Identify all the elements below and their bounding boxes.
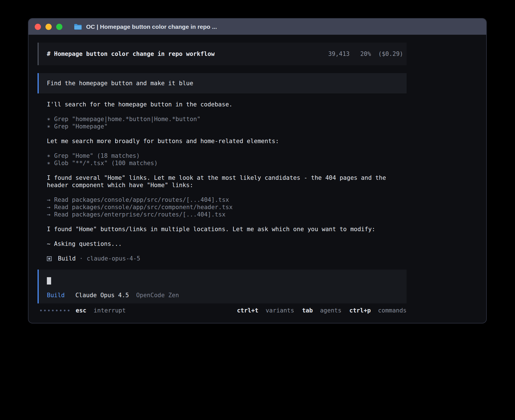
shortcut-commands: ctrl+p commands bbox=[349, 307, 407, 314]
terminal-content: # Homepage button color change in repo w… bbox=[29, 43, 486, 314]
tool-call-text: Grep "Home" (18 matches) bbox=[54, 152, 140, 159]
spinner-dot bbox=[52, 310, 54, 311]
asterisk-icon: ∗ bbox=[47, 116, 51, 123]
context-percent: 20% bbox=[360, 51, 371, 57]
agent-name: Build bbox=[58, 255, 76, 262]
separator-dot: · bbox=[79, 255, 83, 262]
status-asking-questions: ~ Asking questions... bbox=[47, 240, 407, 248]
session-header: # Homepage button color change in repo w… bbox=[38, 43, 407, 65]
tool-call-grep: ∗Grep "homepage|home.*button|Home.*butto… bbox=[47, 115, 407, 123]
prompt-meta: Build Claude Opus 4.5 OpenCode Zen bbox=[47, 292, 407, 299]
spinner-dot bbox=[68, 310, 69, 311]
arrow-right-icon: → bbox=[47, 196, 51, 203]
shortcut-key: ctrl+t bbox=[237, 307, 258, 314]
asterisk-icon: ∗ bbox=[47, 123, 51, 130]
spinner-dot bbox=[60, 310, 62, 311]
arrow-right-icon: → bbox=[47, 211, 51, 218]
spinner-dot bbox=[56, 310, 58, 311]
arrow-right-icon: → bbox=[47, 204, 51, 211]
shortcut-interrupt: esc interrupt bbox=[76, 307, 126, 314]
zoom-button[interactable] bbox=[56, 24, 62, 30]
file-read-line: →Read packages/console/app/src/component… bbox=[47, 204, 407, 211]
transcript: I'll search for the homepage button in t… bbox=[47, 101, 407, 262]
spinner-dot bbox=[40, 310, 42, 311]
titlebar: OC | Homepage button color change in rep… bbox=[29, 19, 486, 35]
text-cursor bbox=[47, 277, 51, 285]
spinner-dot bbox=[44, 310, 46, 311]
terminal-window: OC | Homepage button color change in rep… bbox=[28, 18, 487, 323]
tool-call-glob: ∗Glob "**/*.tsx" (100 matches) bbox=[47, 159, 407, 167]
file-read-group: →Read packages/console/app/src/routes/[.… bbox=[47, 196, 407, 218]
tool-call-text: Grep "Homepage" bbox=[54, 123, 108, 130]
assistant-message: Let me search more broadly for buttons a… bbox=[47, 137, 407, 145]
agent-square-icon bbox=[47, 256, 52, 261]
session-title: # Homepage button color change in repo w… bbox=[47, 50, 215, 58]
prompt-input[interactable]: Build Claude Opus 4.5 OpenCode Zen bbox=[38, 270, 407, 303]
tool-call-grep: ∗Grep "Homepage" bbox=[47, 123, 407, 130]
tool-call-group: ∗Grep "homepage|home.*button|Home.*butto… bbox=[47, 115, 407, 130]
minimize-button[interactable] bbox=[45, 24, 52, 30]
spinner-dot bbox=[48, 310, 50, 311]
agent-model: claude-opus-4-5 bbox=[87, 255, 140, 262]
assistant-message: I found "Home" buttons/links in multiple… bbox=[47, 226, 407, 233]
folder-icon bbox=[74, 23, 82, 30]
esc-label: interrupt bbox=[94, 307, 126, 314]
file-read-text: Read packages/console/app/src/routes/[..… bbox=[54, 196, 229, 203]
tool-call-grep: ∗Grep "Home" (18 matches) bbox=[47, 152, 407, 159]
title-group: OC | Homepage button color change in rep… bbox=[74, 23, 217, 30]
token-count: 39,413 bbox=[328, 51, 350, 57]
file-read-line: →Read packages/console/app/src/routes/[.… bbox=[47, 196, 407, 204]
user-message: Find the homepage button and make it blu… bbox=[38, 73, 407, 93]
close-button[interactable] bbox=[35, 24, 41, 30]
prompt-mode[interactable]: Build bbox=[47, 292, 65, 299]
tool-call-text: Grep "homepage|home.*button|Home.*button… bbox=[54, 116, 200, 123]
tool-call-text: Glob "**/*.tsx" (100 matches) bbox=[54, 160, 158, 167]
spinner-dot bbox=[64, 310, 66, 311]
tool-call-group: ∗Grep "Home" (18 matches) ∗Glob "**/*.ts… bbox=[47, 152, 407, 167]
user-message-text: Find the homepage button and make it blu… bbox=[47, 80, 193, 87]
esc-key: esc bbox=[76, 307, 86, 314]
shortcut-label: agents bbox=[320, 307, 341, 314]
file-read-line: →Read packages/enterprise/src/routes/[..… bbox=[47, 211, 407, 218]
agent-status-line: Build · claude-opus-4-5 bbox=[47, 255, 407, 262]
session-cost: ($0.29) bbox=[378, 51, 403, 57]
session-stats: 39,413 20% ($0.29) bbox=[328, 50, 403, 58]
prompt-model[interactable]: Claude Opus 4.5 bbox=[75, 292, 129, 299]
asterisk-icon: ∗ bbox=[47, 152, 51, 159]
status-bar: esc interrupt ctrl+t variants tab agents… bbox=[38, 307, 407, 314]
shortcut-key: tab bbox=[302, 307, 313, 314]
activity-spinner bbox=[40, 310, 69, 311]
shortcut-label: commands bbox=[378, 307, 407, 314]
shortcut-key: ctrl+p bbox=[349, 307, 371, 314]
asterisk-icon: ∗ bbox=[47, 160, 51, 167]
shortcut-agents: tab agents bbox=[302, 307, 341, 314]
assistant-message: I found several "Home" links. Let me loo… bbox=[47, 174, 407, 189]
file-read-text: Read packages/enterprise/src/routes/[...… bbox=[54, 211, 226, 218]
window-title: OC | Homepage button color change in rep… bbox=[86, 23, 217, 30]
shortcut-variants: ctrl+t variants bbox=[237, 307, 294, 314]
shortcut-label: variants bbox=[266, 307, 294, 314]
file-read-text: Read packages/console/app/src/component/… bbox=[54, 204, 233, 211]
assistant-message: I'll search for the homepage button in t… bbox=[47, 101, 407, 108]
prompt-provider: OpenCode Zen bbox=[136, 292, 179, 299]
